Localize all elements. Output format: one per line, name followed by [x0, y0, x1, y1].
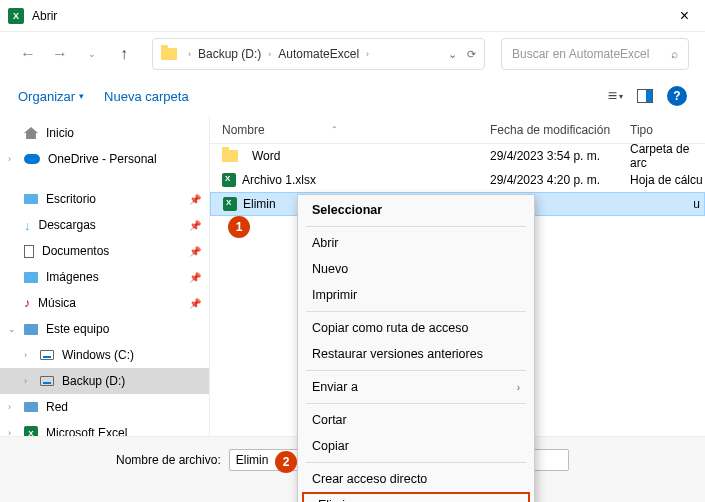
pin-icon: 📌	[189, 246, 201, 257]
breadcrumb-folder[interactable]: AutomateExcel	[274, 47, 363, 61]
new-folder-button[interactable]: Nueva carpeta	[104, 89, 189, 104]
forward-button: →	[48, 42, 72, 66]
preview-pane-button[interactable]	[637, 89, 653, 103]
sidebar-thispc[interactable]: ⌄Este equipo	[0, 316, 209, 342]
annotation-badge-1: 1	[228, 216, 250, 238]
expand-icon[interactable]: ›	[8, 402, 11, 412]
context-menu: Seleccionar Abrir Nuevo Imprimir Copiar …	[297, 194, 535, 502]
search-input[interactable]: Buscar en AutomateExcel ⌕	[501, 38, 689, 70]
sidebar: Inicio ›OneDrive - Personal Escritorio📌 …	[0, 116, 210, 456]
ctx-shortcut[interactable]: Crear acceso directo	[298, 466, 534, 492]
organize-button[interactable]: Organizar▾	[18, 89, 84, 104]
annotation-badge-2: 2	[275, 451, 297, 473]
folder-icon	[161, 48, 177, 60]
pc-icon	[24, 324, 38, 335]
refresh-icon[interactable]: ⟳	[467, 48, 476, 61]
expand-icon[interactable]: ›	[24, 376, 27, 386]
col-date-header[interactable]: Fecha de modificación	[490, 123, 630, 137]
document-icon	[24, 245, 34, 258]
download-icon: ↓	[24, 218, 31, 233]
toolbar: Organizar▾ Nueva carpeta ≡▾ ?	[0, 76, 705, 116]
sidebar-documents[interactable]: Documentos📌	[0, 238, 209, 264]
address-bar[interactable]: › Backup (D:) › AutomateExcel › ⌄ ⟳	[152, 38, 485, 70]
pin-icon: 📌	[189, 298, 201, 309]
ctx-print[interactable]: Imprimir	[298, 282, 534, 308]
ctx-restore[interactable]: Restaurar versiones anteriores	[298, 341, 534, 367]
help-button[interactable]: ?	[667, 86, 687, 106]
xlsx-icon	[223, 197, 237, 211]
window-title: Abrir	[32, 9, 57, 23]
collapse-icon[interactable]: ⌄	[8, 324, 16, 334]
expand-icon[interactable]: ›	[8, 154, 11, 164]
up-button[interactable]: ↑	[112, 42, 136, 66]
sidebar-desktop[interactable]: Escritorio📌	[0, 186, 209, 212]
sidebar-network[interactable]: ›Red	[0, 394, 209, 420]
home-icon	[24, 127, 38, 139]
pin-icon: 📌	[189, 220, 201, 231]
music-icon: ♪	[24, 296, 30, 310]
chevron-icon[interactable]: ›	[363, 49, 372, 59]
pin-icon: 📌	[189, 194, 201, 205]
ctx-open[interactable]: Abrir	[298, 230, 534, 256]
sidebar-home[interactable]: Inicio	[0, 120, 209, 146]
close-button[interactable]: ×	[672, 3, 697, 29]
ctx-select[interactable]: Seleccionar	[298, 197, 534, 223]
sort-indicator-icon: ⌃	[331, 125, 338, 134]
expand-icon[interactable]: ›	[24, 350, 27, 360]
search-placeholder: Buscar en AutomateExcel	[512, 47, 649, 61]
filename-label: Nombre de archivo:	[116, 453, 221, 467]
nav-row: ← → ⌄ ↑ › Backup (D:) › AutomateExcel › …	[0, 32, 705, 76]
ctx-copy[interactable]: Copiar	[298, 433, 534, 459]
xlsx-icon	[222, 173, 236, 187]
sidebar-downloads[interactable]: ↓Descargas📌	[0, 212, 209, 238]
folder-icon	[222, 150, 238, 162]
view-menu-button[interactable]: ≡▾	[608, 87, 623, 105]
col-type-header[interactable]: Tipo	[630, 123, 705, 137]
sidebar-ddrive[interactable]: ›Backup (D:)	[0, 368, 209, 394]
address-dropdown-icon[interactable]: ⌄	[448, 48, 457, 61]
recent-dropdown[interactable]: ⌄	[80, 42, 104, 66]
breadcrumb-drive[interactable]: Backup (D:)	[194, 47, 265, 61]
back-button[interactable]: ←	[16, 42, 40, 66]
ctx-copy-path[interactable]: Copiar como ruta de acceso	[298, 315, 534, 341]
col-name-header[interactable]: Nombre⌃	[210, 123, 490, 137]
excel-app-icon: X	[8, 8, 24, 24]
sidebar-images[interactable]: Imágenes📌	[0, 264, 209, 290]
chevron-icon[interactable]: ›	[185, 49, 194, 59]
desktop-icon	[24, 194, 38, 204]
ctx-delete[interactable]: Eliminar	[302, 492, 530, 502]
sidebar-cdrive[interactable]: ›Windows (C:)	[0, 342, 209, 368]
pin-icon: 📌	[189, 272, 201, 283]
disk-icon	[40, 376, 54, 386]
submenu-arrow-icon: ›	[517, 382, 520, 393]
cloud-icon	[24, 154, 40, 164]
titlebar: X Abrir ×	[0, 0, 705, 32]
ctx-new[interactable]: Nuevo	[298, 256, 534, 282]
disk-icon	[40, 350, 54, 360]
table-row[interactable]: Archivo 1.xlsx 29/4/2023 4:20 p. m. Hoja…	[210, 168, 705, 192]
ctx-send-to[interactable]: Enviar a›	[298, 374, 534, 400]
table-row[interactable]: Word 29/4/2023 3:54 p. m. Carpeta de arc	[210, 144, 705, 168]
image-icon	[24, 272, 38, 283]
sidebar-music[interactable]: ♪Música📌	[0, 290, 209, 316]
ctx-cut[interactable]: Cortar	[298, 407, 534, 433]
address-controls: ⌄ ⟳	[448, 48, 476, 61]
sidebar-onedrive[interactable]: ›OneDrive - Personal	[0, 146, 209, 172]
network-icon	[24, 402, 38, 412]
search-icon: ⌕	[671, 47, 678, 61]
chevron-icon[interactable]: ›	[265, 49, 274, 59]
column-headers: Nombre⌃ Fecha de modificación Tipo	[210, 116, 705, 144]
